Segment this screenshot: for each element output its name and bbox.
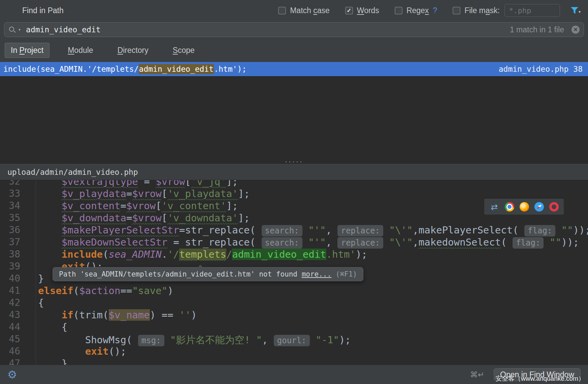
code-text: include(sea_ADMIN.'/templets/admin_video… (36, 249, 367, 261)
label-mnemonic: D (118, 46, 123, 55)
code-text: $v_content=$vrow['v_content']; (36, 200, 238, 212)
words-checkbox[interactable]: ✓ (345, 7, 353, 14)
line-number: 41 (0, 285, 36, 297)
tab-scope[interactable]: Scope (167, 43, 201, 58)
results-list-empty-area (0, 76, 588, 159)
search-query-text[interactable]: admin_video_edit (26, 25, 101, 34)
code-line[interactable]: 44 { (0, 321, 588, 333)
code-line[interactable]: 46 exit(); (0, 346, 588, 358)
option-label-file-mask: File mask: (464, 6, 500, 15)
scope-tabs: In ProjectModuleDirectoryScope (0, 38, 588, 62)
code-text: } (36, 273, 44, 285)
label-pre: File m (464, 6, 486, 15)
code-line[interactable]: 42{ (0, 297, 588, 309)
file-mask-checkbox[interactable] (453, 7, 460, 14)
preview-file-path: upload/admin/admin_video.php (0, 164, 588, 180)
open-in-browser-toolbar: ⇄ (484, 199, 564, 215)
option-label-regex: Regex (406, 6, 429, 15)
dialog-footer: ⚙ ⌘↵ Open in Find Window 安全客（www.anquank… (0, 365, 588, 384)
code-line[interactable]: 38 include(sea_ADMIN.'/templets/admin_vi… (0, 249, 588, 261)
open-in-browser-icon[interactable]: ⇄ (489, 202, 499, 212)
label-post: cope (178, 46, 195, 55)
chrome-icon[interactable] (505, 202, 514, 212)
search-input[interactable]: ▾ admin_video_edit 1 match in 1 file ✕ (4, 22, 584, 37)
option-match-case[interactable]: Match case (278, 6, 330, 15)
filter-icon[interactable]: ▾ (571, 7, 581, 14)
label-post: ords (364, 6, 379, 15)
splitter-handle[interactable]: ····· (0, 159, 588, 164)
search-history-caret-icon[interactable]: ▾ (19, 27, 21, 32)
line-number: 40 (0, 273, 36, 285)
clear-search-icon[interactable]: ✕ (571, 26, 580, 34)
label-post: irectory (123, 46, 148, 55)
result-match-highlight: admin_video_edit (139, 64, 214, 74)
line-number: 33 (0, 188, 36, 200)
line-number: 38 (0, 249, 36, 261)
search-row: ▾ admin_video_edit 1 match in 1 file ✕ (0, 21, 588, 38)
label-pre: Rege (406, 6, 425, 15)
option-file-mask[interactable]: File mask: (453, 6, 500, 15)
code-preview-editor[interactable]: 32 $vextrajqtype = $vrow['v_jq'];33 $v_p… (0, 180, 588, 365)
label-pre: Match (290, 6, 313, 15)
regex-help-link[interactable]: ? (433, 6, 437, 15)
watermark-text: 安全客（www.anquanke.com） (495, 374, 585, 383)
line-number: 44 (0, 321, 36, 333)
path-not-found-tooltip: Path 'sea_ADMIN/templets/admin_video_edi… (53, 267, 363, 281)
label-post: roject (25, 46, 43, 55)
label-mnemonic: a (486, 6, 490, 15)
line-number: 34 (0, 200, 36, 212)
code-text: elseif($action=="save") (36, 285, 173, 297)
option-label-words: Words (357, 6, 379, 15)
find-in-path-window: Find in Path Match case✓WordsRegex?File … (0, 0, 588, 384)
label-post: odule (74, 46, 93, 55)
dialog-header: Find in Path Match case✓WordsRegex?File … (0, 0, 588, 21)
tooltip-more-link[interactable]: more... (302, 270, 332, 278)
code-line[interactable]: 36 $makePlayerSelectStr=str_replace( sea… (0, 224, 588, 236)
code-line[interactable]: 45 ShowMsg( msg: "影片名不能为空! ", gourl: "-1… (0, 333, 588, 346)
code-line[interactable]: 43 if(trim($v_name) == '') (0, 309, 588, 321)
code-text: $makePlayerSelectStr=str_replace( search… (36, 224, 588, 236)
tab-in-project[interactable]: In Project (5, 43, 50, 58)
file-mask-input[interactable] (504, 4, 560, 17)
code-line[interactable]: 32 $vextrajqtype = $vrow['v_jq']; (0, 180, 588, 188)
funnel-icon (571, 7, 578, 14)
option-label-match-case: Match case (290, 6, 330, 15)
dialog-title: Find in Path (22, 6, 64, 15)
option-regex[interactable]: Regex? (395, 6, 437, 15)
option-words[interactable]: ✓Words (345, 6, 379, 15)
firefox-icon[interactable] (520, 202, 529, 212)
tooltip-text: Path 'sea_ADMIN/templets/admin_video_edi… (59, 270, 302, 278)
label-post: ase (317, 6, 330, 15)
code-line[interactable]: 37 $makeDownSelectStr = str_replace( sea… (0, 236, 588, 249)
tab-directory[interactable]: Directory (111, 43, 155, 58)
match-case-checkbox[interactable] (278, 7, 286, 14)
label-mnemonic: S (173, 46, 178, 55)
label-mnemonic: c (313, 6, 317, 15)
code-line[interactable]: 47 } (0, 358, 588, 365)
match-count: 1 match in 1 file (510, 25, 564, 34)
gear-icon[interactable]: ⚙ (7, 369, 17, 380)
result-text-pre: include(sea_ADMIN.'/templets/ (3, 65, 139, 73)
line-number: 42 (0, 297, 36, 309)
code-text: $makeDownSelectStr = str_replace( search… (36, 236, 579, 249)
line-number: 39 (0, 261, 36, 273)
code-text: ShowMsg( msg: "影片名不能为空! ", gourl: "-1"); (36, 333, 351, 346)
safari-icon[interactable] (534, 202, 544, 212)
result-file-ref: admin_video.php 38 (499, 65, 583, 73)
opera-icon[interactable] (549, 202, 559, 212)
open-shortcut-hint: ⌘↵ (470, 370, 484, 379)
result-text-post: .htm'); (214, 65, 247, 73)
line-number: 35 (0, 212, 36, 224)
splitter-dots: ····· (285, 160, 303, 162)
label-mnemonic: P (20, 46, 25, 55)
tab-module[interactable]: Module (62, 43, 99, 58)
code-line[interactable]: 33 $v_playdata=$vrow['v_playdata']; (0, 188, 588, 200)
label-pre: In (11, 46, 20, 55)
search-options-bar: Match case✓WordsRegex?File mask: ▾ (278, 4, 581, 17)
code-line[interactable]: 41elseif($action=="save") (0, 285, 588, 297)
code-text: $vextrajqtype = $vrow['v_jq']; (36, 180, 238, 188)
line-number: 46 (0, 346, 36, 358)
search-result-row[interactable]: include(sea_ADMIN.'/templets/admin_video… (0, 62, 588, 76)
label-mnemonic: M (68, 46, 74, 55)
regex-checkbox[interactable] (395, 7, 402, 14)
